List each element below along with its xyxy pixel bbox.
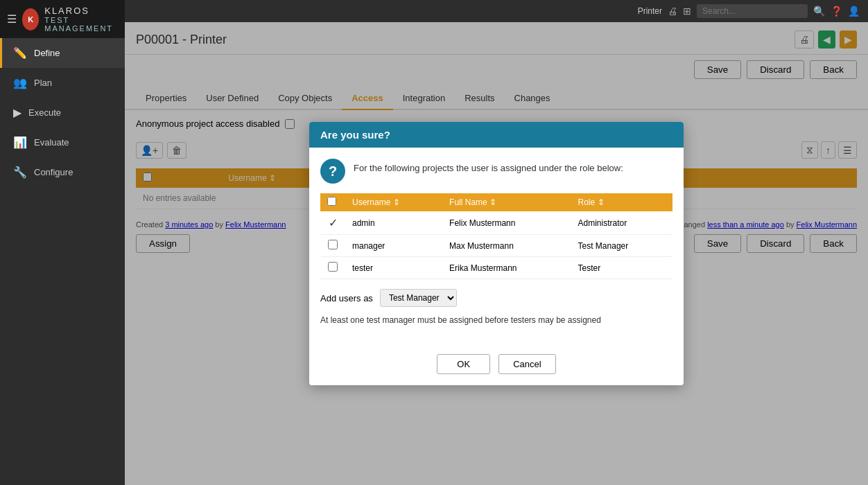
hamburger-icon[interactable]: ☰	[7, 12, 17, 26]
configure-icon: 🔧	[13, 166, 27, 179]
sidebar-item-configure[interactable]: 🔧 Configure	[0, 157, 125, 187]
plan-icon: 👥	[13, 76, 27, 89]
modal-overlay: Are you sure? ? For the following projec…	[125, 22, 868, 485]
sidebar: ☰ K KLAROS TEST MANAGEMENT ✏️ Define 👥 P…	[0, 0, 125, 485]
row-checkbox[interactable]	[328, 262, 338, 272]
modal-body: ? For the following projects the user is…	[309, 148, 684, 347]
search-icon[interactable]: 🔍	[813, 6, 825, 17]
row-role: Test Manager	[571, 235, 672, 257]
sidebar-item-define[interactable]: ✏️ Define	[0, 38, 125, 68]
modal-col-username[interactable]: Username ⇕	[345, 193, 442, 211]
row-fullname: Felix Mustermann	[442, 211, 571, 235]
role-select[interactable]: Test Manager Administrator Tester	[380, 289, 457, 307]
row-role: Administrator	[571, 211, 672, 235]
add-users-row: Add users as Test Manager Administrator …	[320, 289, 672, 307]
printer-icon[interactable]: 🖨	[668, 6, 677, 17]
row-fullname: Erika Mustermann	[442, 257, 571, 279]
row-checkbox-cell	[320, 235, 345, 257]
modal-users-table: Username ⇕ Full Name ⇕ Role ⇕ ✓ admin Fe…	[320, 193, 672, 279]
cancel-button[interactable]: Cancel	[498, 354, 555, 374]
execute-icon: ▶	[13, 106, 21, 119]
modal-table-row: manager Max Mustermann Test Manager	[320, 235, 672, 257]
modal-question-text: For the following projects the user is a…	[354, 159, 623, 173]
modal-question-row: ? For the following projects the user is…	[320, 159, 672, 184]
sidebar-label-execute: Execute	[28, 107, 61, 118]
sidebar-header: ☰ K KLAROS TEST MANAGEMENT	[0, 0, 125, 38]
row-role: Tester	[571, 257, 672, 279]
row-username: admin	[345, 211, 442, 235]
brand-name: KLAROS	[44, 6, 118, 16]
brand-block: KLAROS TEST MANAGEMENT	[44, 6, 118, 33]
modal-header: Are you sure?	[309, 122, 684, 148]
modal-col-fullname[interactable]: Full Name ⇕	[442, 193, 571, 211]
modal-dialog: Are you sure? ? For the following projec…	[309, 122, 684, 385]
warning-text: At least one test manager must be assign…	[320, 315, 672, 325]
sidebar-item-evaluate[interactable]: 📊 Evaluate	[0, 127, 125, 157]
sidebar-item-execute[interactable]: ▶ Execute	[0, 98, 125, 127]
modal-col-role[interactable]: Role ⇕	[571, 193, 672, 211]
modal-title: Are you sure?	[320, 129, 390, 141]
printer-label: Printer	[638, 6, 662, 16]
help-icon[interactable]: ❓	[831, 6, 842, 17]
logo: K	[22, 8, 39, 30]
row-username: manager	[345, 235, 442, 257]
row-checkbox-cell	[320, 257, 345, 279]
modal-footer: OK Cancel	[309, 347, 684, 385]
content-area: P00001 - Printer 🖨 ◀ ▶ Save Discard Back…	[125, 22, 868, 485]
sidebar-nav: ✏️ Define 👥 Plan ▶ Execute 📊 Evaluate 🔧 …	[0, 38, 125, 485]
question-icon: ?	[320, 159, 345, 184]
modal-table-row: tester Erika Mustermann Tester	[320, 257, 672, 279]
sidebar-item-plan[interactable]: 👥 Plan	[0, 68, 125, 98]
row-username: tester	[345, 257, 442, 279]
evaluate-icon: 📊	[13, 136, 27, 149]
add-users-label: Add users as	[320, 293, 373, 303]
row-checkbox[interactable]	[328, 240, 338, 249]
sidebar-label-configure: Configure	[34, 167, 73, 177]
row-checkbox-cell: ✓	[320, 211, 345, 235]
main-content: Printer 🖨 ⊞ 🔍 ❓ 👤 P00001 - Printer 🖨 ◀ ▶…	[125, 0, 868, 485]
checkmark-icon: ✓	[329, 217, 338, 229]
modal-table-row: ✓ admin Felix Mustermann Administrator	[320, 211, 672, 235]
row-fullname: Max Mustermann	[442, 235, 571, 257]
modal-select-all[interactable]	[327, 197, 336, 206]
modal-col-checkbox	[320, 193, 345, 211]
ok-button[interactable]: OK	[437, 354, 490, 374]
search-input[interactable]	[697, 4, 808, 18]
sidebar-label-evaluate: Evaluate	[34, 137, 69, 148]
brand-subtitle: TEST MANAGEMENT	[44, 16, 118, 33]
sidebar-label-plan: Plan	[34, 78, 52, 88]
user-icon[interactable]: 👤	[848, 6, 860, 17]
topbar: Printer 🖨 ⊞ 🔍 ❓ 👤	[125, 0, 868, 22]
sidebar-label-define: Define	[34, 48, 60, 58]
define-icon: ✏️	[13, 46, 27, 60]
grid-icon[interactable]: ⊞	[683, 6, 691, 17]
